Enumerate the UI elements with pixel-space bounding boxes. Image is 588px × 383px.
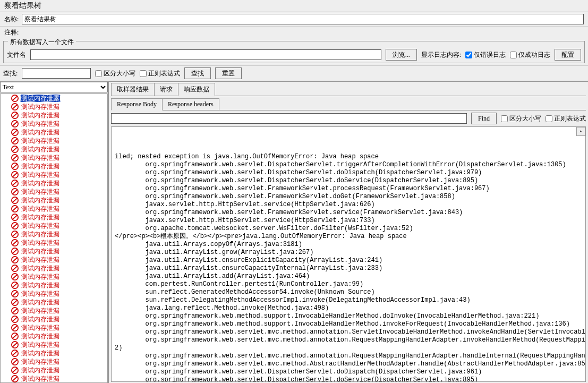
tree-item-label: 测试内存泄漏 bbox=[20, 256, 61, 263]
tree-item[interactable]: 测试内存泄漏 bbox=[1, 366, 107, 375]
left-column: Text 测试内存泄露测试内存泄漏测试内存泄漏测试内存泄漏测试内存泄漏测试内存泄… bbox=[0, 82, 109, 383]
response-line: org.springframework.web.servlet.mvc.meth… bbox=[115, 336, 582, 344]
error-icon bbox=[11, 265, 19, 272]
tree-item-label: 测试内存泄漏 bbox=[20, 333, 61, 340]
tree-item[interactable]: 测试内存泄漏 bbox=[1, 222, 107, 230]
error-icon bbox=[11, 95, 19, 102]
tree-item[interactable]: 测试内存泄漏 bbox=[1, 103, 107, 111]
tree-item[interactable]: 测试内存泄漏 bbox=[1, 273, 107, 281]
error-icon bbox=[11, 358, 19, 365]
filename-input[interactable] bbox=[30, 49, 381, 60]
tree-item[interactable]: 测试内存泄漏 bbox=[1, 324, 107, 332]
error-icon bbox=[11, 282, 19, 289]
name-input[interactable] bbox=[22, 14, 584, 24]
response-line: java.lang.reflect.Method.invoke(Method.j… bbox=[115, 304, 582, 312]
only-success-check[interactable]: 仅成功日志 bbox=[510, 50, 550, 59]
error-icon bbox=[11, 171, 19, 178]
tree-item[interactable]: 测试内存泄漏 bbox=[1, 196, 107, 205]
tree-item[interactable]: 测试内存泄漏 bbox=[1, 349, 107, 358]
error-icon bbox=[11, 341, 19, 348]
sub-tabs: Response Body Response headers bbox=[111, 98, 586, 110]
tree-item[interactable]: 测试内存泄漏 bbox=[1, 111, 107, 120]
error-icon bbox=[11, 256, 19, 263]
search-find-button[interactable]: 查找 bbox=[184, 67, 211, 79]
error-icon bbox=[11, 137, 19, 144]
tab-sampler[interactable]: 取样器结果 bbox=[111, 83, 155, 96]
error-icon bbox=[11, 214, 19, 221]
tree-item-label: 测试内存泄漏 bbox=[20, 273, 61, 280]
find-row: Find 区分大小写 正则表达式 bbox=[111, 113, 586, 124]
tree-item[interactable]: 测试内存泄漏 bbox=[1, 179, 107, 188]
configure-button[interactable]: 配置 bbox=[555, 49, 581, 61]
tree-item[interactable]: 测试内存泄漏 bbox=[1, 213, 107, 222]
error-icon bbox=[11, 248, 19, 255]
error-icon bbox=[11, 188, 19, 195]
tree-item-label: 测试内存泄露 bbox=[20, 95, 61, 102]
response-line: iled; nested exception is java.lang.OutO… bbox=[115, 153, 582, 161]
find-regex-check[interactable]: 正则表达式 bbox=[546, 114, 586, 123]
tree-item[interactable]: 测试内存泄漏 bbox=[1, 230, 107, 239]
tree-item[interactable]: 测试内存泄漏 bbox=[1, 298, 107, 307]
tree-item-label: 测试内存泄漏 bbox=[20, 265, 61, 272]
only-error-check[interactable]: 仅错误日志 bbox=[465, 50, 506, 59]
response-line: org.springframework.web.servlet.Dispatch… bbox=[115, 376, 582, 382]
tree-item[interactable]: 测试内存泄漏 bbox=[1, 120, 107, 128]
search-regex-check[interactable]: 正则表达式 bbox=[140, 69, 180, 78]
file-group-title: 所有数据写入一个文件 bbox=[8, 38, 76, 47]
tab-response-headers[interactable]: Response headers bbox=[162, 98, 219, 110]
tree-item-label: 测试内存泄漏 bbox=[20, 197, 61, 204]
response-line: sun.reflect.DelegatingMethodAccessorImpl… bbox=[115, 296, 582, 304]
tree-item[interactable]: 测试内存泄漏 bbox=[1, 256, 107, 264]
tree-item[interactable]: 测试内存泄漏 bbox=[1, 332, 107, 341]
name-row: 名称: bbox=[0, 12, 588, 27]
tree-item[interactable]: 测试内存泄漏 bbox=[1, 137, 107, 145]
tree-item[interactable]: 测试内存泄漏 bbox=[1, 128, 107, 137]
tree-item[interactable]: 测试内存泄漏 bbox=[1, 205, 107, 213]
find-input[interactable] bbox=[111, 113, 467, 124]
tree-item-label: 测试内存泄漏 bbox=[20, 299, 61, 306]
response-line: org.springframework.web.method.support.I… bbox=[115, 312, 582, 320]
find-button[interactable]: Find bbox=[471, 113, 497, 124]
tab-response[interactable]: 响应数据 bbox=[178, 83, 215, 96]
response-body[interactable]: ▴ iled; nested exception is java.lang.Ou… bbox=[111, 126, 586, 382]
tab-response-body[interactable]: Response Body bbox=[111, 98, 163, 110]
search-bar: 查找: 区分大小写 正则表达式 查找 重置 bbox=[0, 65, 588, 82]
result-tree[interactable]: 测试内存泄露测试内存泄漏测试内存泄漏测试内存泄漏测试内存泄漏测试内存泄漏测试内存… bbox=[0, 93, 108, 383]
tab-request[interactable]: 请求 bbox=[154, 83, 178, 96]
error-icon bbox=[11, 307, 19, 314]
tree-item[interactable]: 测试内存泄漏 bbox=[1, 145, 107, 154]
tree-item[interactable]: 测试内存泄漏 bbox=[1, 188, 107, 196]
tree-item[interactable]: 测试内存泄漏 bbox=[1, 154, 107, 162]
tree-item-label: 测试内存泄漏 bbox=[20, 282, 61, 289]
tree-item-label: 测试内存泄漏 bbox=[20, 290, 61, 297]
response-line: org.springframework.web.servlet.mvc.meth… bbox=[115, 352, 582, 360]
tree-item[interactable]: 测试内存泄漏 bbox=[1, 171, 107, 179]
error-icon bbox=[11, 375, 19, 382]
tree-item[interactable]: 测试内存泄漏 bbox=[1, 375, 107, 383]
tree-item-label: 测试内存泄漏 bbox=[20, 120, 61, 127]
tree-item[interactable]: 测试内存泄漏 bbox=[1, 358, 107, 366]
tree-item[interactable]: 测试内存泄漏 bbox=[1, 290, 107, 298]
browse-button[interactable]: 浏览... bbox=[386, 49, 417, 61]
tree-item[interactable]: 测试内存泄漏 bbox=[1, 247, 107, 256]
tree-item[interactable]: 测试内存泄露 bbox=[1, 94, 107, 103]
response-line: org.apache.tomcat.websocket.server.WsFil… bbox=[115, 225, 582, 233]
response-line: org.springframework.web.servlet.Dispatch… bbox=[115, 169, 582, 177]
tree-item-label: 测试内存泄漏 bbox=[20, 146, 61, 153]
tree-item[interactable]: 测试内存泄漏 bbox=[1, 239, 107, 247]
tree-item[interactable]: 测试内存泄漏 bbox=[1, 264, 107, 273]
search-reset-button[interactable]: 重置 bbox=[215, 67, 242, 79]
find-case-check[interactable]: 区分大小写 bbox=[501, 114, 541, 123]
tree-item[interactable]: 测试内存泄漏 bbox=[1, 341, 107, 349]
search-input[interactable] bbox=[22, 68, 91, 79]
tree-item[interactable]: 测试内存泄漏 bbox=[1, 281, 107, 290]
tree-item-label: 测试内存泄漏 bbox=[20, 375, 61, 382]
renderer-select[interactable]: Text bbox=[0, 82, 108, 92]
error-icon bbox=[11, 239, 19, 246]
search-case-check[interactable]: 区分大小写 bbox=[95, 69, 135, 78]
tree-item-label: 测试内存泄漏 bbox=[20, 129, 61, 136]
scroll-up-icon[interactable]: ▴ bbox=[576, 127, 585, 136]
tree-item[interactable]: 测试内存泄漏 bbox=[1, 162, 107, 171]
tree-item[interactable]: 测试内存泄漏 bbox=[1, 315, 107, 324]
tree-item[interactable]: 测试内存泄漏 bbox=[1, 307, 107, 315]
